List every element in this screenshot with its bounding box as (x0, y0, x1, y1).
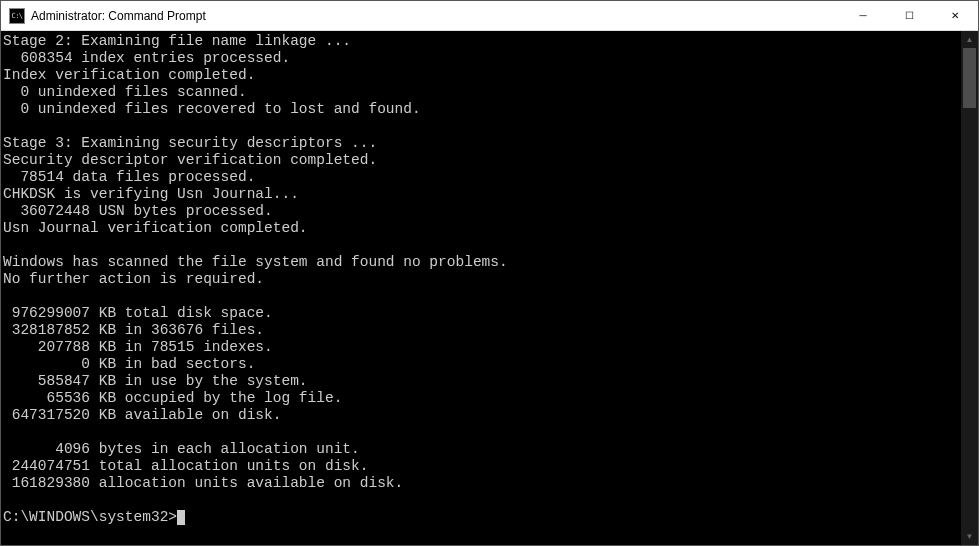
cmd-icon: C:\ (9, 8, 25, 24)
scroll-up-arrow-icon[interactable]: ▲ (961, 31, 978, 48)
close-button[interactable]: ✕ (932, 1, 978, 30)
cursor (177, 510, 185, 525)
prompt-line: C:\WINDOWS\system32> (3, 509, 177, 525)
window-title: Administrator: Command Prompt (31, 9, 840, 23)
scroll-down-arrow-icon[interactable]: ▼ (961, 528, 978, 545)
command-prompt-window: C:\ Administrator: Command Prompt ─ ☐ ✕ … (0, 0, 979, 546)
terminal-area: Stage 2: Examining file name linkage ...… (1, 31, 978, 545)
terminal-output[interactable]: Stage 2: Examining file name linkage ...… (1, 31, 961, 545)
scroll-track[interactable] (961, 48, 978, 528)
scroll-thumb[interactable] (963, 48, 976, 108)
maximize-button[interactable]: ☐ (886, 1, 932, 30)
window-controls: ─ ☐ ✕ (840, 1, 978, 30)
scrollbar[interactable]: ▲ ▼ (961, 31, 978, 545)
terminal-lines: Stage 2: Examining file name linkage ...… (3, 33, 508, 491)
minimize-button[interactable]: ─ (840, 1, 886, 30)
titlebar[interactable]: C:\ Administrator: Command Prompt ─ ☐ ✕ (1, 1, 978, 31)
